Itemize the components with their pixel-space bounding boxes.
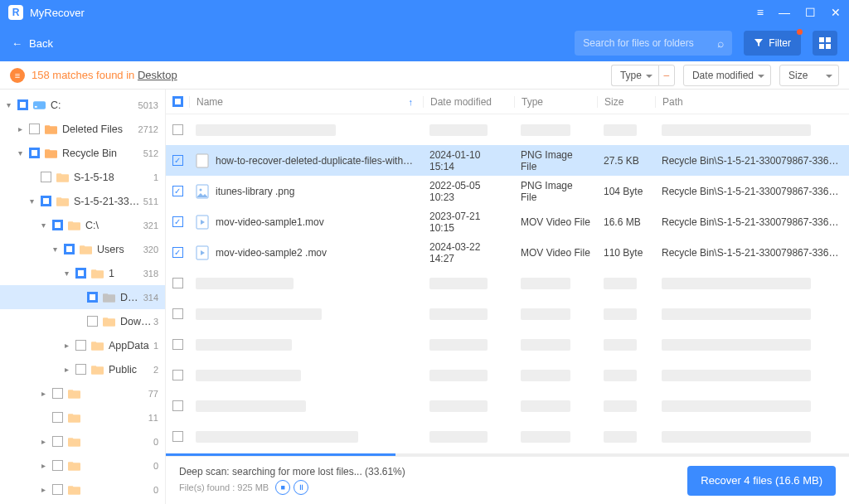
caret-icon[interactable]: ▸ [38, 485, 48, 494]
row-checkbox[interactable] [172, 278, 183, 288]
pause-scan-button[interactable]: ⏸ [294, 480, 308, 495]
caret-icon[interactable]: ▸ [61, 365, 71, 374]
caret-icon[interactable] [73, 293, 83, 302]
table-row[interactable]: ✓mov-video-sample2 .mov2024-03-22 14:27M… [166, 237, 849, 268]
tree-node[interactable]: ▸0 [0, 429, 165, 453]
row-checkbox[interactable] [172, 400, 183, 411]
table-row[interactable] [166, 360, 849, 390]
tree-node[interactable]: Downlo...3 [0, 309, 165, 333]
tree-checkbox[interactable] [64, 244, 75, 254]
tree-node[interactable]: ▾C:\321 [0, 213, 165, 237]
row-checkbox[interactable]: ✓ [172, 247, 183, 258]
tree-checkbox[interactable] [52, 412, 63, 423]
type-clear-button[interactable]: – [658, 65, 675, 86]
tree-node[interactable]: ▸Public2 [0, 357, 165, 381]
caret-icon[interactable]: ▸ [15, 124, 25, 133]
tree-checkbox[interactable] [17, 99, 28, 110]
tree-checkbox[interactable] [29, 148, 40, 158]
column-name[interactable]: Name↑ [189, 96, 423, 108]
tree-checkbox[interactable] [87, 292, 98, 303]
tree-checkbox[interactable] [52, 460, 63, 471]
tree-node[interactable]: ▾Recycle Bin512 [0, 141, 165, 165]
tree-node[interactable]: ▸77 [0, 381, 165, 405]
search-icon[interactable]: ⌕ [717, 36, 724, 50]
tree-node[interactable]: Desktop314 [0, 285, 165, 309]
table-row[interactable] [166, 268, 849, 298]
caret-icon[interactable]: ▸ [38, 389, 48, 398]
column-type[interactable]: Type [514, 96, 597, 108]
tree-node[interactable]: S-1-5-181 [0, 165, 165, 189]
caret-icon[interactable]: ▾ [61, 269, 71, 278]
date-dropdown[interactable]: Date modified [683, 65, 771, 86]
tree-checkbox[interactable] [52, 388, 63, 399]
caret-icon[interactable]: ▾ [15, 148, 25, 158]
table-row[interactable] [166, 114, 849, 145]
close-icon[interactable]: ✕ [831, 7, 841, 18]
search-box[interactable]: ⌕ [575, 31, 732, 56]
folder-icon [102, 292, 115, 303]
table-row[interactable]: ✓itunes-library .png2022-05-05 10:23PNG … [166, 176, 849, 206]
tree-node[interactable]: ▾S-1-5-21-330079 8...511 [0, 189, 165, 213]
tree-node[interactable]: ▸AppData1 [0, 333, 165, 357]
svg-rect-1 [826, 37, 831, 42]
menu-icon[interactable]: ≡ [757, 7, 764, 18]
tree-node[interactable]: ▾Users320 [0, 237, 165, 261]
header-checkbox[interactable] [166, 96, 189, 107]
column-path[interactable]: Path [655, 96, 849, 108]
row-checkbox[interactable] [172, 370, 183, 380]
tree-checkbox[interactable] [52, 220, 63, 230]
row-checkbox[interactable] [172, 339, 183, 350]
search-input[interactable] [583, 37, 717, 49]
tree-node[interactable]: ▾1318 [0, 261, 165, 285]
caret-icon[interactable] [73, 317, 83, 326]
minimize-icon[interactable]: — [779, 7, 790, 18]
table-row[interactable] [166, 421, 849, 452]
type-dropdown[interactable]: Type [611, 65, 658, 86]
tree-checkbox[interactable] [75, 364, 86, 375]
table-row[interactable]: ✓how-to-recover-deleted-duplicate-files-… [166, 145, 849, 176]
tree-node[interactable]: 11 [0, 405, 165, 429]
maximize-icon[interactable]: ☐ [805, 7, 816, 18]
caret-icon[interactable]: ▾ [38, 220, 48, 230]
row-checkbox[interactable] [172, 308, 183, 319]
tree-checkbox[interactable] [41, 172, 51, 182]
tree-node[interactable]: ▸0 [0, 453, 165, 477]
recover-button[interactable]: Recover 4 files (16.6 MB) [687, 466, 836, 496]
table-row[interactable] [166, 390, 849, 421]
column-size[interactable]: Size [597, 96, 655, 108]
tree-checkbox[interactable] [41, 196, 51, 206]
column-date[interactable]: Date modified [423, 96, 514, 108]
tree-checkbox[interactable] [52, 484, 63, 495]
table-row[interactable] [166, 298, 849, 329]
tree-checkbox[interactable] [87, 316, 98, 327]
back-button[interactable]: ← Back [12, 37, 53, 50]
caret-icon[interactable]: ▾ [3, 100, 13, 109]
row-checkbox[interactable] [172, 431, 183, 442]
table-row[interactable]: ✓mov-video-sample1.mov2023-07-21 10:15MO… [166, 206, 849, 237]
size-dropdown[interactable]: Size [779, 65, 839, 86]
tree-node[interactable]: ▸0 [0, 477, 165, 502]
file-type: MOV Video File [514, 247, 597, 259]
tree-checkbox[interactable] [29, 124, 40, 134]
tree-node[interactable]: ▸Deleted Files2712 [0, 117, 165, 141]
caret-icon[interactable]: ▸ [38, 461, 48, 470]
stop-scan-button[interactable]: ■ [275, 480, 290, 495]
tree-checkbox[interactable] [75, 340, 86, 351]
row-checkbox[interactable]: ✓ [172, 216, 183, 227]
caret-icon[interactable]: ▸ [38, 437, 48, 446]
caret-icon[interactable]: ▾ [27, 196, 36, 206]
row-checkbox[interactable]: ✓ [172, 186, 183, 196]
caret-icon[interactable] [27, 172, 36, 182]
tree-checkbox[interactable] [52, 436, 63, 447]
tree-node[interactable]: ▾C:5013 [0, 93, 165, 117]
caret-icon[interactable]: ▸ [61, 341, 71, 350]
caret-icon[interactable] [38, 413, 48, 422]
filter-button[interactable]: Filter [744, 31, 801, 56]
row-checkbox[interactable] [172, 124, 183, 135]
view-grid-button[interactable] [813, 31, 837, 56]
table-row[interactable] [166, 329, 849, 360]
tree-checkbox[interactable] [75, 268, 86, 279]
folder-icon [79, 244, 92, 255]
caret-icon[interactable]: ▾ [50, 245, 60, 254]
row-checkbox[interactable]: ✓ [172, 155, 183, 166]
